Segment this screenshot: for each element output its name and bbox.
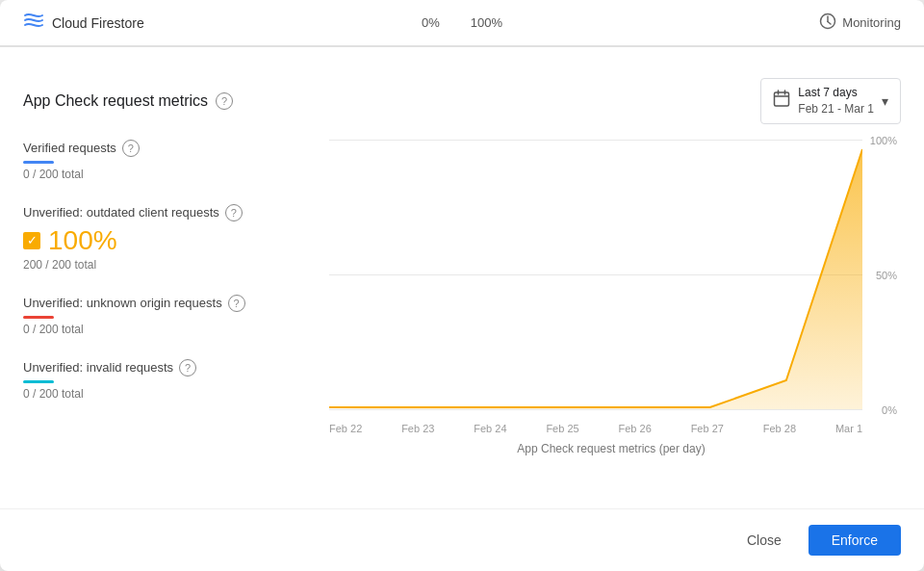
x-label-mar1: Mar 1: [835, 423, 862, 434]
dialog: Cloud Firestore 0% 100% Monitoring App C…: [0, 0, 924, 571]
metric-unknown: Unverified: unknown origin requests ? 0 …: [23, 295, 306, 336]
metric-outdated-help[interactable]: ?: [225, 204, 243, 221]
calendar-icon: [773, 90, 790, 112]
svg-rect-3: [775, 92, 789, 106]
metric-unknown-help[interactable]: ?: [228, 295, 245, 312]
service-name: Cloud Firestore: [52, 15, 144, 31]
checkbox-orange-icon: ✓: [23, 232, 40, 249]
x-label-feb22: Feb 22: [329, 423, 362, 434]
metric-invalid-label: Unverified: invalid requests ?: [23, 359, 306, 376]
y-label-0: 0%: [882, 404, 897, 416]
metric-invalid-total: 0 / 200 total: [23, 387, 306, 401]
metric-verified: Verified requests ? 0 / 200 total: [23, 140, 306, 181]
metric-verified-line: [23, 161, 54, 164]
metric-invalid: Unverified: invalid requests ? 0 / 200 t…: [23, 359, 306, 401]
metric-outdated-value: 100%: [48, 225, 117, 256]
metric-verified-total: 0 / 200 total: [23, 168, 306, 181]
svg-line-2: [828, 21, 831, 24]
metric-outdated: Unverified: outdated client requests ? ✓…: [23, 204, 306, 272]
top-bar-center: 0% 100%: [243, 15, 681, 30]
chart-svg: [329, 140, 862, 409]
metrics-body: Verified requests ? 0 / 200 total Unveri…: [23, 140, 901, 455]
section-header: App Check request metrics ? Last 7 days …: [23, 78, 901, 124]
progress-0: 0%: [422, 15, 440, 30]
metric-invalid-help[interactable]: ?: [179, 359, 196, 376]
divider: [0, 46, 924, 47]
monitoring-label: Monitoring: [842, 15, 901, 30]
metric-outdated-value-group: ✓ 100%: [23, 225, 306, 256]
metric-unknown-label: Unverified: unknown origin requests ?: [23, 295, 306, 312]
x-label-feb25: Feb 25: [546, 423, 578, 434]
top-bar-right: Monitoring: [681, 13, 901, 34]
date-range-label: Last 7 days: [798, 85, 874, 101]
y-label-50: 50%: [876, 270, 897, 281]
metric-verified-help[interactable]: ?: [122, 140, 140, 157]
metric-unknown-line: [23, 316, 54, 319]
x-axis: Feb 22 Feb 23 Feb 24 Feb 25 Feb 26 Feb 2…: [329, 419, 862, 438]
metric-outdated-label: Unverified: outdated client requests ?: [23, 204, 306, 221]
enforce-button[interactable]: Enforce: [808, 525, 901, 556]
chart-title: App Check request metrics (per day): [321, 442, 901, 455]
firestore-icon: [23, 12, 44, 34]
metric-unknown-total: 0 / 200 total: [23, 323, 306, 336]
top-bar-left: Cloud Firestore: [23, 12, 243, 34]
chart-area: 100% 50% 0%: [329, 140, 901, 438]
x-label-feb24: Feb 24: [474, 423, 506, 434]
y-label-100: 100%: [870, 135, 897, 146]
date-picker[interactable]: Last 7 days Feb 21 - Mar 1 ▾: [760, 78, 901, 124]
section-help-icon[interactable]: ?: [216, 92, 233, 110]
metrics-left: Verified requests ? 0 / 200 total Unveri…: [23, 140, 321, 455]
chart-area-fill: [329, 149, 862, 409]
x-label-feb23: Feb 23: [401, 423, 434, 434]
section-title-group: App Check request metrics ?: [23, 92, 233, 110]
x-label-feb28: Feb 28: [763, 423, 796, 434]
metric-outdated-total: 200 / 200 total: [23, 258, 306, 272]
top-bar: Cloud Firestore 0% 100% Monitoring: [0, 0, 924, 46]
x-label-feb26: Feb 26: [619, 423, 652, 434]
section-title: App Check request metrics: [23, 92, 208, 110]
clock-icon: [819, 13, 836, 34]
date-range-sub: Feb 21 - Mar 1: [798, 101, 874, 117]
chevron-down-icon: ▾: [882, 93, 888, 109]
main-content: App Check request metrics ? Last 7 days …: [0, 59, 924, 508]
footer: Close Enforce: [0, 508, 924, 571]
date-picker-text: Last 7 days Feb 21 - Mar 1: [798, 85, 874, 117]
metric-verified-label: Verified requests ?: [23, 140, 306, 157]
chart-svg-container: [329, 140, 862, 409]
x-label-feb27: Feb 27: [691, 423, 724, 434]
close-button[interactable]: Close: [732, 525, 797, 556]
metric-invalid-line: [23, 380, 54, 383]
chart-line: [329, 149, 862, 407]
progress-100: 100%: [471, 15, 502, 30]
metrics-chart: 100% 50% 0%: [321, 140, 901, 455]
